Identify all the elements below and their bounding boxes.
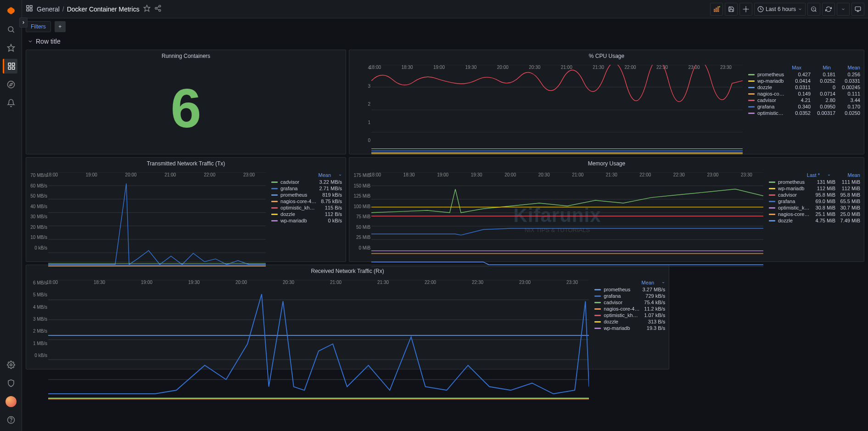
legend-header-mean[interactable]: Mean [309,172,331,178]
legend-swatch [769,201,775,202]
dashboards-icon[interactable] [3,59,17,74]
legend-value: 0.00245 [838,85,860,90]
legend-row[interactable]: wp-mariadb19.3 B/s [594,325,665,331]
legend-value: 729 kB/s [643,293,665,299]
panel-tx-traffic[interactable]: Transmitted Network Traffic (Tx) 70 MB/s… [26,157,346,262]
legend-value: 0.111 [838,91,860,96]
panel-running-containers[interactable]: Running Containers 6 [26,50,346,154]
legend-row[interactable]: prometheus0.4270.1810.256 [748,71,860,78]
breadcrumb-folder[interactable]: General [37,6,60,13]
legend-row[interactable]: optimistic_khorana115 B/s [271,204,342,211]
legend-header-min[interactable]: Min [809,65,831,70]
legend-row[interactable]: wp-mariadb0 kB/s [271,217,342,224]
legend-swatch [748,74,755,75]
legend-value: 11.2 kB/s [643,306,665,312]
favorite-icon[interactable] [143,5,151,13]
legend-row[interactable]: nagios-core-4.4.98.75 kB/s [271,198,342,204]
legend-row[interactable]: dozzle112 B/s [271,211,342,217]
search-icon[interactable] [4,22,18,37]
grafana-logo-icon[interactable] [4,4,18,18]
row-header[interactable]: Row title [22,35,868,48]
legend-row[interactable]: prometheus131 MiB111 MiB [769,179,860,185]
add-filter-button[interactable]: + [55,21,66,32]
legend-row[interactable]: cadvisor75.4 kB/s [594,299,665,306]
save-button[interactable] [725,3,738,16]
legend-header-mean[interactable]: Mean [838,65,860,70]
star-icon[interactable] [4,40,18,55]
legend-row[interactable]: dozzle313 B/s [594,318,665,325]
legend-swatch [748,80,755,82]
legend-value: 7.49 MiB [838,218,860,223]
svg-line-1 [12,31,14,32]
y-axis: 70 MB/s60 MB/s50 MB/s40 MB/s30 MB/s20 MB… [29,173,47,250]
expand-sidebar-button[interactable] [19,17,28,28]
legend-header-last[interactable]: Last * [798,172,820,178]
legend-swatch [271,181,278,183]
legend-row[interactable]: nagios-core-4.4.925.1 MiB25.0 MiB [769,211,860,217]
panel-title: Running Containers [26,50,346,62]
refresh-interval-button[interactable] [837,3,850,16]
legend-row[interactable]: grafana0.3400.09500.170 [748,103,860,110]
legend-value: 30.7 MiB [838,205,860,210]
legend-name: wp-mariadb [604,325,640,331]
sidebar [0,0,22,431]
legend-row[interactable]: optimistic_khorana0.03520.003170.0250 [748,110,860,116]
legend-header-max[interactable]: Max [779,65,801,70]
legend-swatch [769,214,775,215]
legend-header-mean[interactable]: Mean [838,172,860,178]
config-icon[interactable] [4,357,18,372]
user-avatar[interactable] [4,394,18,409]
legend-swatch [769,181,775,183]
legend-row[interactable]: dozzle4.75 MiB7.49 MiB [769,217,860,224]
legend-swatch [748,100,755,101]
panel-memory-usage[interactable]: Memory Usage Kifarunix NIX TIPS & TUTORI… [349,157,864,262]
legend-row[interactable]: nagios-core-4.4.90.1490.07140.111 [748,91,860,97]
cycle-view-button[interactable] [851,3,864,16]
filters-chip[interactable]: Filters [26,21,51,32]
legend-header-mean[interactable]: Mean [632,280,654,285]
legend-name: grafana [778,198,811,204]
breadcrumb: General / Docker Container Metrics [37,6,140,13]
page-title[interactable]: Docker Container Metrics [67,6,140,13]
legend-row[interactable]: cadvisor3.22 MB/s [271,179,342,185]
time-range-button[interactable]: Last 6 hours [754,3,806,16]
legend-row[interactable]: grafana729 kB/s [594,293,665,299]
alerting-icon[interactable] [4,96,18,110]
admin-icon[interactable] [4,376,18,391]
svg-line-31 [815,10,817,11]
legend-swatch [271,194,278,196]
legend-value: 112 MiB [813,186,835,191]
svg-rect-15 [30,9,32,11]
legend-name: prometheus [604,287,639,292]
legend-value: 0.0250 [838,110,860,116]
legend-value: 19.3 B/s [643,325,665,331]
legend-row[interactable]: cadvisor95.8 MiB95.8 MiB [769,192,860,198]
legend-row[interactable]: prometheus3.27 MB/s [594,286,665,293]
legend: Mean cadvisor3.22 MB/sgrafana2.71 MB/spr… [268,170,346,261]
legend-swatch [594,328,601,329]
legend-value: 0.0311 [789,85,811,90]
legend-row[interactable]: cadvisor4.212.803.44 [748,97,860,103]
legend-row[interactable]: dozzle0.031100.00245 [748,84,860,91]
legend-row[interactable]: prometheus819 kB/s [271,192,342,198]
help-icon[interactable] [4,413,18,427]
legend-name: nagios-core-4.4.9 [757,91,786,96]
panel-rx-traffic[interactable]: Received Network Traffic (Rx) 6 MB/s5 MB… [26,265,669,369]
explore-icon[interactable] [4,77,18,92]
legend-row[interactable]: wp-mariadb0.04140.02520.0331 [748,78,860,84]
refresh-button[interactable] [822,3,835,16]
legend-value: 0.149 [789,91,811,96]
settings-button[interactable] [739,3,752,16]
legend-row[interactable]: optimistic_khorana1.07 kB/s [594,312,665,318]
legend-row[interactable]: grafana69.0 MiB65.5 MiB [769,198,860,204]
legend: Mean prometheus3.27 MB/sgrafana729 kB/sc… [591,277,669,369]
legend-row[interactable]: nagios-core-4.4.911.2 kB/s [594,306,665,312]
zoom-out-button[interactable] [807,3,820,16]
legend-value: 0.0950 [813,104,835,109]
legend-row[interactable]: grafana2.71 MB/s [271,185,342,192]
add-panel-button[interactable] [710,3,723,16]
legend-row[interactable]: optimistic_khorana30.8 MiB30.7 MiB [769,204,860,211]
share-icon[interactable] [154,5,162,13]
panel-cpu-usage[interactable]: % CPU Usage 43210 [349,50,864,154]
legend-row[interactable]: wp-mariadb112 MiB112 MiB [769,185,860,192]
